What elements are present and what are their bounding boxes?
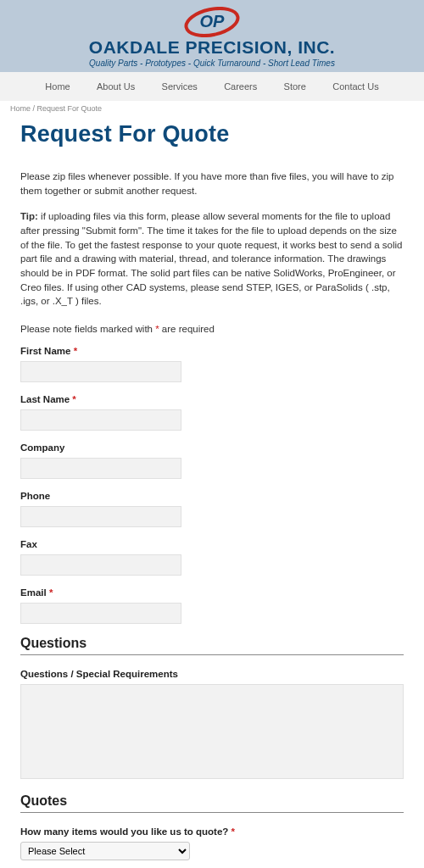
breadcrumb-home[interactable]: Home [10, 104, 31, 113]
textarea-questions[interactable] [20, 684, 404, 779]
label-company: Company [20, 442, 404, 453]
field-questions: Questions / Special Requirements [20, 669, 404, 782]
tip-label: Tip: [20, 211, 38, 221]
breadcrumb-current: Request For Quote [37, 104, 103, 113]
page-body: Home / Request For Quote Request For Quo… [0, 101, 424, 868]
label-quote-count: How many items would you like us to quot… [20, 826, 404, 837]
field-email: Email * [20, 587, 404, 624]
input-last-name[interactable] [20, 409, 181, 431]
nav-store[interactable]: Store [284, 81, 306, 92]
nav-home[interactable]: Home [45, 81, 70, 92]
nav-services[interactable]: Services [162, 81, 198, 92]
field-quote-count: How many items would you like us to quot… [20, 826, 404, 860]
label-email: Email * [20, 587, 404, 598]
tagline: Quality Parts - Prototypes - Quick Turna… [89, 58, 335, 68]
field-fax: Fax [20, 539, 404, 576]
field-phone: Phone [20, 491, 404, 527]
required-note: Please note fields marked with * are req… [20, 324, 404, 334]
tip-text: Tip: if uploading files via this form, p… [20, 209, 404, 309]
company-name: OAKDALE PRECISION, INC. [89, 37, 335, 58]
field-company: Company [20, 442, 404, 479]
nav-about[interactable]: About Us [97, 81, 135, 92]
breadcrumb-sep: / [31, 104, 37, 113]
tip-body: if uploading files via this form, please… [20, 211, 402, 306]
logo-text: OP [200, 12, 226, 31]
input-first-name[interactable] [20, 361, 181, 382]
input-email[interactable] [20, 603, 181, 624]
label-phone: Phone [20, 491, 404, 501]
nav-contact[interactable]: Contact Us [332, 81, 378, 92]
label-fax: Fax [20, 539, 404, 549]
input-company[interactable] [20, 458, 181, 479]
nav-careers[interactable]: Careers [224, 81, 257, 92]
select-quote-count[interactable]: Please Select [20, 842, 190, 860]
page-title: Request For Quote [20, 121, 404, 147]
label-first-name: First Name * [20, 346, 404, 356]
field-last-name: Last Name * [20, 394, 404, 431]
field-first-name: First Name * [20, 346, 404, 382]
content: Request For Quote Please zip files whene… [0, 116, 424, 868]
breadcrumb: Home / Request For Quote [0, 101, 424, 116]
input-fax[interactable] [20, 554, 181, 576]
label-questions: Questions / Special Requirements [20, 669, 404, 679]
intro-text: Please zip files whenever possible. If y… [20, 170, 404, 198]
section-questions: Questions [20, 636, 404, 655]
label-last-name: Last Name * [20, 394, 404, 404]
main-nav: Home About Us Services Careers Store Con… [0, 72, 424, 101]
logo: OP OAKDALE PRECISION, INC. Quality Parts… [89, 7, 335, 68]
site-header: OP OAKDALE PRECISION, INC. Quality Parts… [0, 0, 424, 72]
input-phone[interactable] [20, 506, 181, 527]
section-quotes: Quotes [20, 793, 404, 813]
logo-icon: OP [183, 7, 241, 37]
